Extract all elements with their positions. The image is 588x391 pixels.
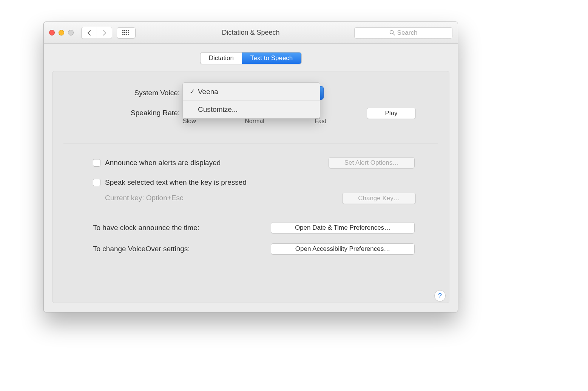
system-voice-menu: ✓ Veena Customize... [182, 82, 320, 119]
change-key-button: Change Key… [342, 193, 416, 204]
speak-selected-checkbox[interactable] [93, 179, 100, 186]
forward-button [97, 27, 112, 39]
close-window-button[interactable] [49, 30, 55, 36]
nav-group [81, 27, 112, 39]
voice-menu-item-customize[interactable]: Customize... [183, 100, 320, 118]
voice-menu-item-label: Veena [198, 88, 218, 96]
grid-icon [122, 30, 130, 36]
svg-rect-3 [128, 30, 129, 31]
svg-rect-7 [128, 32, 129, 33]
titlebar: Dictation & Speech Search [44, 22, 458, 44]
speaking-rate-label: Speaking Rate: [44, 109, 180, 117]
svg-rect-2 [126, 30, 127, 31]
tab-text-to-speech[interactable]: Text to Speech [242, 53, 301, 64]
svg-rect-6 [126, 32, 127, 33]
show-all-button[interactable] [117, 27, 136, 39]
svg-rect-8 [122, 34, 123, 35]
checkmark-icon: ✓ [190, 88, 198, 96]
svg-rect-10 [126, 34, 127, 35]
system-voice-label: System Voice: [44, 89, 180, 97]
voiceover-settings-label: To change VoiceOver settings: [93, 245, 190, 253]
current-key-label: Current key: Option+Esc [105, 194, 184, 202]
search-placeholder: Search [397, 29, 418, 37]
open-date-time-button[interactable]: Open Date & Time Preferences… [271, 222, 415, 233]
svg-rect-11 [128, 34, 129, 35]
svg-line-13 [393, 34, 395, 35]
speak-selected-row: Speak selected text when the key is pres… [93, 178, 247, 187]
tab-group: Dictation Text to Speech [200, 52, 302, 64]
svg-rect-5 [124, 32, 125, 33]
chevron-left-icon [87, 30, 91, 36]
announce-alerts-checkbox[interactable] [93, 159, 100, 167]
help-button[interactable]: ? [434, 290, 446, 301]
set-alert-options-button: Set Alert Options… [329, 157, 415, 168]
clock-announce-label: To have clock announce the time: [93, 224, 199, 232]
preferences-window: Dictation & Speech Search Dictation Text… [43, 22, 458, 312]
tab-dictation[interactable]: Dictation [201, 53, 242, 64]
svg-rect-1 [124, 30, 125, 31]
svg-point-12 [390, 31, 393, 34]
minimize-window-button[interactable] [59, 30, 64, 36]
announce-alerts-row: Announce when alerts are displayed [93, 159, 221, 167]
svg-rect-0 [122, 30, 123, 31]
chevron-right-icon [102, 30, 106, 36]
play-button[interactable]: Play [367, 108, 416, 119]
divider [63, 144, 438, 144]
back-button[interactable] [82, 27, 97, 39]
svg-rect-9 [124, 34, 125, 35]
voice-menu-item-label: Customize... [198, 105, 238, 114]
open-accessibility-button[interactable]: Open Accessibility Preferences… [271, 243, 415, 255]
slider-label-normal: Normal [245, 118, 264, 125]
announce-alerts-label: Announce when alerts are displayed [105, 159, 221, 167]
slider-label-slow: Slow [183, 118, 196, 125]
voice-menu-item-veena[interactable]: ✓ Veena [183, 83, 320, 100]
search-field[interactable]: Search [354, 27, 452, 39]
svg-rect-4 [122, 32, 123, 33]
speak-selected-label: Speak selected text when the key is pres… [105, 178, 247, 187]
window-controls [49, 30, 74, 36]
slider-label-fast: Fast [315, 118, 326, 125]
zoom-window-button [68, 30, 74, 36]
search-icon [389, 30, 395, 36]
